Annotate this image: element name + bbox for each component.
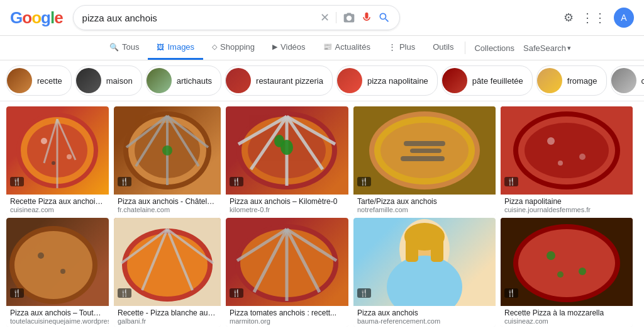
image-thumbnail-8 [226,218,348,306]
svg-point-38 [525,123,609,178]
voice-search-button[interactable] [360,11,373,24]
tab-plus[interactable]: ⋮ Plus [379,36,424,60]
image-results-row1: 🍴 Recette Pizza aux anchois ... cuisinea… [0,101,644,215]
image-source-10: cuisineaz.com [504,317,629,325]
svg-rect-32 [404,141,445,146]
svg-rect-65 [431,237,443,262]
image-title-5: Pizza napolitaine [504,197,629,206]
image-caption-10: Recette Pizza à la mozzarella cuisineaz.… [501,306,633,327]
chip-restaurant-label: restaurant pizzeria [251,76,332,86]
svg-point-44 [38,252,44,259]
header-right: ⚙ ⋮⋮ A [564,8,634,28]
search-nav-icon: 🔍 [109,43,119,52]
image-result-8[interactable]: 🍴 Pizza tomates anchois : recett... marm… [226,218,348,327]
fork-badge-10: 🍴 [504,288,518,298]
fork-badge-1: 🍴 [10,177,24,186]
svg-point-3 [41,138,47,144]
fork-badge-9: 🍴 [357,288,371,298]
filter-chips: recette maison artichauts restaurant piz… [0,60,644,101]
image-result-7[interactable]: 🍴 Recette - Pizza blanche aux anchois - … [114,218,221,327]
tools-label: Outils [433,42,453,52]
svg-rect-64 [406,237,418,262]
chip-pizza-napolitaine[interactable]: pizza napolitaine [336,65,438,96]
image-result-9[interactable]: 🍴 Pizza aux anchois bauma-referencement.… [353,218,496,327]
image-caption-7: Recette - Pizza blanche aux anchois - Pi… [114,306,221,327]
image-result-3[interactable]: 🍴 Pizza aux anchois – Kilomètre-0 kilome… [226,106,348,215]
image-caption-1: Recette Pizza aux anchois ... cuisineaz.… [6,195,109,215]
image-source-8: marmiton.org [230,317,345,325]
chip-capre[interactable]: câpre [611,65,644,96]
camera-search-button[interactable] [343,11,355,24]
image-result-5[interactable]: 🍴 Pizza napolitaine cuisine.journaldesfe… [501,106,633,215]
image-result-1[interactable]: 🍴 Recette Pizza aux anchois ... cuisinea… [6,106,109,215]
pizza-svg-4 [353,106,496,195]
svg-point-5 [52,161,55,165]
image-caption-6: Pizza aux anchois – Toute la cuisine que… [6,306,109,327]
fork-badge-7: 🍴 [118,288,131,298]
image-source-7: galbani.fr [118,317,217,325]
chip-pate-img [442,68,467,93]
chip-pate-feuilletee[interactable]: pâte feuilletée [441,65,533,96]
image-result-2[interactable]: 🍴 Pizza aux anchois - Châtelaine fr.chat… [114,106,221,215]
image-result-4[interactable]: 🍴 Tarte/Pizza aux anchois notrefamille.c… [353,106,496,215]
image-results-row2: 🍴 Pizza aux anchois – Toute la cuisine q… [0,215,644,328]
image-result-6[interactable]: 🍴 Pizza aux anchois – Toute la cuisine q… [6,218,109,327]
avatar[interactable]: A [614,8,634,28]
search-input[interactable] [82,13,315,23]
tools-button[interactable]: Outils [424,36,462,60]
fork-badge-2: 🍴 [118,177,131,186]
svg-point-17 [162,145,172,156]
collections-link[interactable]: Collections [468,37,521,59]
tab-images[interactable]: 🖼 Images [148,36,203,60]
svg-point-68 [518,229,615,297]
image-title-10: Recette Pizza à la mozzarella [504,308,629,317]
tab-plus-label: Plus [399,42,415,52]
tab-actualites[interactable]: 📰 Actualités [314,36,379,60]
image-source-1: cuisineaz.com [10,206,105,213]
fork-badge-3: 🍴 [230,177,243,186]
tab-shopping[interactable]: ◇ Shopping [203,36,264,60]
chip-recette[interactable]: recette [6,65,72,96]
safesearch-button[interactable]: SafeSearch ▾ [521,37,574,59]
image-thumbnail-5 [501,106,633,195]
fork-badge-6: 🍴 [10,288,24,298]
svg-point-39 [547,137,555,145]
apps-icon[interactable]: ⋮⋮ [581,10,606,25]
search-button[interactable] [378,11,391,24]
fork-badge-8: 🍴 [230,288,243,298]
image-title-6: Pizza aux anchois – Toute la cuisine que… [10,308,105,317]
svg-point-40 [579,154,586,160]
chip-capre-img [611,68,636,93]
tab-videos[interactable]: ▶ Vidéos [264,36,314,60]
image-source-3: kilometre-0.fr [230,206,345,213]
image-result-10[interactable]: 🍴 Recette Pizza à la mozzarella cuisinea… [501,218,633,327]
chip-artichauts[interactable]: artichauts [146,65,221,96]
fork-badge-4: 🍴 [357,177,371,186]
tab-videos-label: Vidéos [280,42,306,52]
image-caption-9: Pizza aux anchois bauma-referencement.co… [353,306,496,327]
tab-tous-label: Tous [122,42,139,52]
svg-point-43 [14,231,92,299]
chip-fromage[interactable]: fromage [536,65,607,96]
nav-tabs: 🔍 Tous 🖼 Images ◇ Shopping ▶ Vidéos 📰 Ac… [0,36,644,60]
tab-tous[interactable]: 🔍 Tous [101,36,148,60]
svg-rect-33 [410,149,441,153]
image-caption-2: Pizza aux anchois - Châtelaine fr.chatel… [114,195,221,215]
image-title-3: Pizza aux anchois – Kilomètre-0 [230,197,345,206]
chip-fromage-label: fromage [562,76,606,86]
clear-search-button[interactable]: ✕ [320,11,330,25]
chip-restaurant-pizzeria[interactable]: restaurant pizzeria [225,65,333,96]
chip-pate-label: pâte feuilletée [467,76,532,86]
chip-maison[interactable]: maison [75,65,142,96]
image-source-5: cuisine.journaldesfemmes.fr [504,206,629,213]
chip-recette-img [7,68,32,93]
image-source-2: fr.chatelaine.com [118,206,217,213]
chip-maison-img [76,68,101,93]
google-logo[interactable]: Google [10,8,63,28]
image-title-1: Recette Pizza aux anchois ... [10,197,105,206]
image-thumbnail-4 [353,106,496,195]
tab-images-label: Images [167,42,194,52]
svg-rect-34 [401,156,445,161]
settings-icon[interactable]: ⚙ [564,11,574,25]
pizza-svg-8 [226,218,348,306]
